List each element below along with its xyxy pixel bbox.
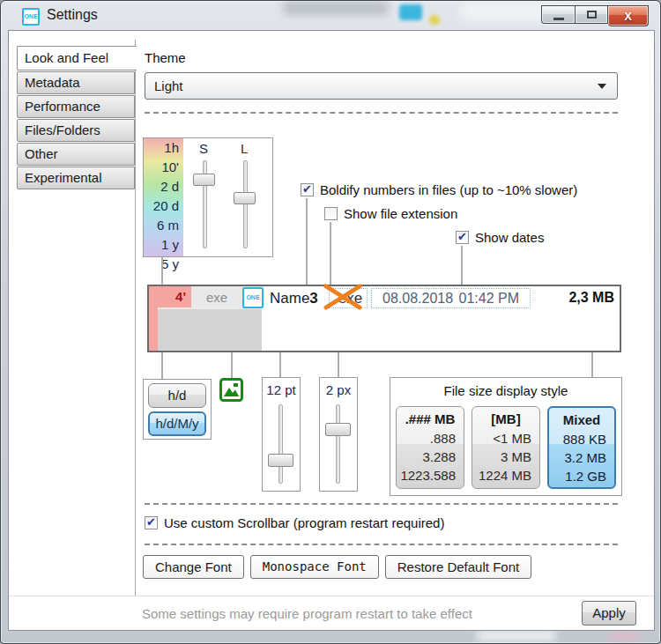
separator-dashed <box>145 503 618 505</box>
boldify-numbers-checkbox[interactable] <box>301 183 314 196</box>
show-dates-label: Show dates <box>475 230 544 245</box>
lightness-slider-label: L <box>241 141 248 156</box>
change-font-button[interactable]: Change Font <box>143 555 244 579</box>
lightness-slider-thumb[interactable] <box>234 192 256 204</box>
option-sample: 1223.588 <box>397 466 464 485</box>
option-sample: 1224 MB <box>472 466 539 485</box>
connector-line-icon-quality <box>231 352 233 379</box>
option-sample: 3.288 <box>397 448 464 466</box>
preview-file-icon: ONE <box>242 287 264 308</box>
monospace-font-button[interactable]: Monospace Font <box>250 555 379 579</box>
connector-line-dates <box>461 246 463 285</box>
glass-blur-decoration <box>429 15 440 25</box>
tab-other[interactable]: Other <box>17 143 135 166</box>
preview-date: 08.08.2018 <box>382 289 453 307</box>
image-icon[interactable] <box>219 378 243 402</box>
separator-dashed <box>145 544 618 545</box>
restart-notice-text: Some settings may require program restar… <box>142 606 472 621</box>
preview-file-name: Name3 <box>270 286 318 310</box>
settings-window: ONE Settings X Look and Feel Metadata Pe… <box>0 0 661 644</box>
custom-scrollbar-checkbox-row: Use custom Scrollbar (program restart re… <box>145 515 444 530</box>
option-sample: 3.2 MB <box>549 448 614 467</box>
show-file-extension-label: Show file extension <box>344 206 457 221</box>
tab-files-folders[interactable]: Files/Folders <box>17 119 135 142</box>
minimize-button[interactable] <box>541 5 575 24</box>
show-dates-checkbox-row: Show dates <box>456 230 544 245</box>
option-sample: <1 MB <box>472 429 539 448</box>
crossed-out-icon <box>322 283 364 311</box>
app-logo-icon[interactable]: ONE <box>22 8 40 26</box>
age-gradient-strip[interactable]: 1h 10' 2 d 20 d 6 m 1 y 5 y <box>144 138 183 256</box>
tab-content-divider <box>135 40 136 596</box>
show-file-extension-checkbox[interactable] <box>324 207 338 220</box>
preview-type-column: exe <box>195 286 239 309</box>
connector-line-boldify <box>306 198 308 285</box>
option-sample: 1.2 GB <box>549 467 614 485</box>
age-step-label: 1h 10' <box>144 138 183 177</box>
font-size-value-label: 12 pt <box>263 382 300 397</box>
show-file-extension-checkbox-row: Show file extension <box>324 206 457 221</box>
theme-dropdown[interactable]: Light <box>145 72 618 100</box>
file-size-style-mb-button[interactable]: [MB] <1 MB 3 MB 1224 MB <box>472 406 540 489</box>
file-size-style-group: File size display style .### MB .888 3.2… <box>390 377 622 496</box>
maximize-icon <box>587 11 597 19</box>
file-row-preview: 4' exe ONE Name3 .exe 08.08.2018 01:42 P… <box>147 285 621 352</box>
age-step-label: 20 d <box>144 196 183 216</box>
window-controls: X <box>541 5 649 26</box>
saturation-slider-thumb[interactable] <box>193 174 215 186</box>
date-format-hdmy-button[interactable]: h/d/M/y <box>148 411 206 436</box>
saturation-slider-label: S <box>199 141 208 156</box>
row-spacing-value-label: 2 px <box>320 382 357 397</box>
date-format-hd-button[interactable]: h/d <box>148 383 206 408</box>
theme-label: Theme <box>145 50 186 65</box>
preview-file-size: 2,3 MB <box>568 286 614 309</box>
apply-button[interactable]: Apply <box>582 601 636 625</box>
tab-experimental[interactable]: Experimental <box>17 167 135 189</box>
row-spacing-slider-thumb[interactable] <box>325 423 351 436</box>
preview-file-name-number: 3 <box>309 290 317 307</box>
custom-scrollbar-label: Use custom Scrollbar (program restart re… <box>164 515 444 530</box>
option-header: Mixed <box>549 411 614 430</box>
maximize-button[interactable] <box>575 5 608 24</box>
custom-scrollbar-checkbox[interactable] <box>145 516 158 529</box>
age-step-label: 6 m <box>144 216 183 235</box>
tab-metadata[interactable]: Metadata <box>17 71 135 94</box>
tab-performance[interactable]: Performance <box>17 95 135 118</box>
option-header: .### MB <box>397 410 464 429</box>
font-size-slider-track[interactable] <box>279 404 283 484</box>
file-size-style-decimal-button[interactable]: .### MB .888 3.288 1223.588 <box>396 406 464 489</box>
show-dates-checkbox[interactable] <box>456 231 469 244</box>
minimize-icon <box>553 18 564 20</box>
connector-line-size-style <box>591 352 593 378</box>
age-step-label: 5 y <box>144 255 183 274</box>
file-size-style-mixed-button[interactable]: Mixed 888 KB 3.2 MB 1.2 GB <box>547 406 616 489</box>
glass-blur-decoration <box>477 630 556 641</box>
restore-default-font-button[interactable]: Restore Default Font <box>385 555 531 579</box>
lightness-slider-track[interactable] <box>243 160 248 248</box>
preview-file-name-text: Name <box>270 290 309 307</box>
connector-line-font-size <box>279 352 281 378</box>
date-format-group: h/d h/d/M/y <box>143 379 212 440</box>
option-header: [MB] <box>472 410 539 429</box>
option-sample: 888 KB <box>549 430 614 448</box>
glass-blur-decoration <box>399 4 422 20</box>
option-sample: 3 MB <box>472 448 539 466</box>
preview-time: 01:42 PM <box>459 289 519 307</box>
preview-date-box: 08.08.2018 01:42 PM <box>371 288 531 308</box>
file-size-style-title: File size display style <box>390 383 621 398</box>
option-sample: .888 <box>397 429 464 448</box>
preview-icon-column-block <box>158 309 262 351</box>
row-spacing-slider-group: 2 px <box>319 377 358 492</box>
tab-look-and-feel[interactable]: Look and Feel <box>17 46 137 70</box>
theme-selected-value: Light <box>154 78 183 93</box>
row-spacing-slider-track[interactable] <box>336 404 340 484</box>
separator-dashed <box>145 112 618 114</box>
close-button[interactable]: X <box>608 5 649 26</box>
chevron-down-icon <box>598 84 606 89</box>
font-size-slider-thumb[interactable] <box>268 454 293 467</box>
footer-separator <box>9 596 654 596</box>
window-title: Settings <box>47 7 98 23</box>
connector-line-age <box>161 257 163 285</box>
font-size-slider-group: 12 pt <box>262 377 301 492</box>
close-icon: X <box>624 10 632 23</box>
